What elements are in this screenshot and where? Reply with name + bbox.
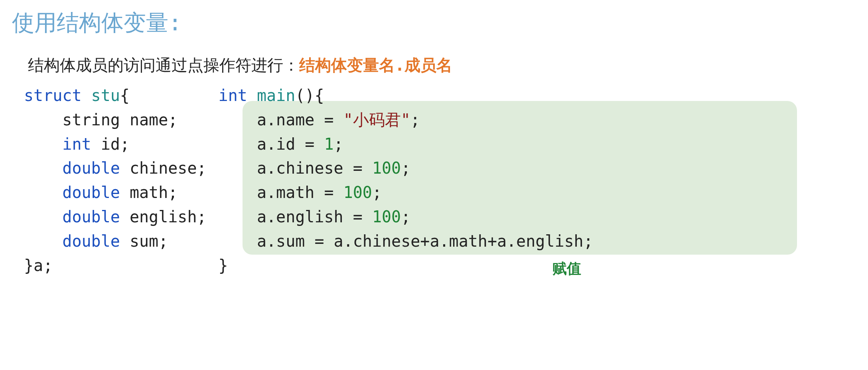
string-literal: "小码君": [343, 111, 410, 129]
assign-name-lhs: a.name =: [219, 111, 343, 129]
brace-close: }: [219, 256, 228, 275]
num-1: 1: [324, 135, 333, 153]
member-sum: sum;: [120, 232, 168, 250]
subline: 结构体成员的访问通过点操作符进行：结构体变量名.成员名: [28, 54, 856, 76]
slide: 使用结构体变量: 结构体成员的访问通过点操作符进行：结构体变量名.成员名 str…: [0, 0, 868, 289]
indent: [24, 208, 62, 226]
brace-close-a: }a;: [24, 256, 53, 275]
assign-math-lhs: a.math =: [219, 183, 343, 202]
semicolon: ;: [401, 208, 410, 226]
member-math: math;: [120, 183, 178, 202]
member-id: id;: [91, 135, 130, 153]
member-english: english;: [120, 208, 207, 226]
kw-struct: struct: [24, 86, 82, 105]
num-100: 100: [372, 159, 401, 177]
indent: [24, 232, 62, 250]
kw-int: int: [62, 135, 91, 153]
semicolon: ;: [372, 183, 382, 202]
indent: [24, 159, 62, 177]
main-parens: (){: [295, 86, 324, 105]
right-code-block: int main(){ a.name = "小码君"; a.id = 1; a.…: [219, 83, 593, 277]
semicolon: ;: [410, 111, 420, 129]
indent: [24, 183, 62, 202]
brace-open: {: [120, 86, 130, 105]
left-code-block: struct stu{ string name; int id; double …: [24, 83, 207, 277]
type-stu: stu: [82, 86, 120, 105]
assign-id-lhs: a.id =: [219, 135, 324, 153]
kw-double: double: [62, 159, 120, 177]
assign-chinese-lhs: a.chinese =: [219, 159, 372, 177]
code-columns: struct stu{ string name; int id; double …: [24, 83, 856, 277]
semicolon: ;: [401, 159, 410, 177]
kw-double: double: [62, 183, 120, 202]
member-name: string name;: [24, 111, 178, 129]
num-100: 100: [343, 183, 372, 202]
kw-double: double: [62, 208, 120, 226]
kw-int: int: [219, 86, 247, 105]
subline-emphasis: 结构体变量名.成员名: [299, 56, 452, 74]
subline-prefix: 结构体成员的访问通过点操作符进行：: [28, 56, 299, 74]
right-block: int main(){ a.name = "小码君"; a.id = 1; a.…: [219, 83, 593, 277]
headline: 使用结构体变量:: [12, 8, 856, 38]
num-100: 100: [372, 208, 401, 226]
assign-english-lhs: a.english =: [219, 208, 372, 226]
member-chinese: chinese;: [120, 159, 207, 177]
assign-sum: a.sum = a.chinese+a.math+a.english;: [219, 232, 593, 250]
fn-main: main: [247, 86, 295, 105]
semicolon: ;: [334, 135, 343, 153]
kw-double: double: [62, 232, 120, 250]
indent: [24, 135, 62, 153]
